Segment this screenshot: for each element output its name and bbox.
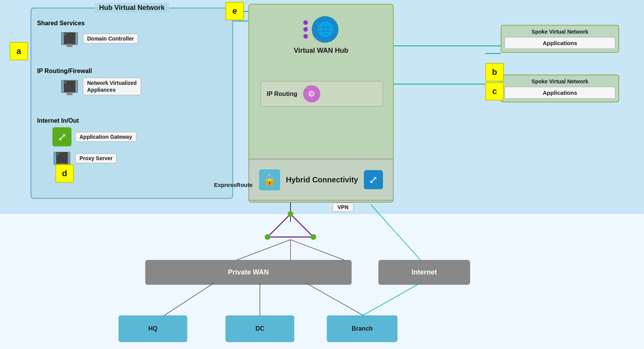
- ip-routing-vwan: IP Routing ⚙: [261, 81, 383, 107]
- spoke-vnet-2-title: Spoke Virtual Network: [504, 78, 615, 84]
- spoke-vnet-1: Spoke Virtual Network Applications: [501, 25, 619, 53]
- spoke-vnet-1-title: Spoke Virtual Network: [504, 29, 615, 35]
- dc-label: DC: [255, 325, 264, 332]
- spoke-vnet-1-app: Applications: [504, 37, 615, 49]
- internet-inout-label: Internet In/Out: [37, 117, 136, 124]
- label-c: c: [485, 82, 504, 101]
- vwan-globe-icon: 🌐: [312, 16, 339, 43]
- internet-box: Internet: [378, 260, 470, 285]
- vpn-box: VPN: [333, 203, 354, 212]
- private-wan-box: Private WAN: [145, 260, 352, 285]
- dc-box: DC: [225, 315, 294, 342]
- nva-box: Network VirtualizedAppliances: [83, 78, 141, 95]
- app-gateway-box: Application Gateway: [75, 132, 136, 142]
- nva-text: Network VirtualizedAppliances: [87, 80, 137, 93]
- expressroute-label: ExpressRoute: [214, 182, 253, 188]
- hub-vnet-title: Hub Virtual Network: [94, 3, 169, 13]
- internet-inout-row: Internet In/Out ⤢ Application Gateway ⬛ …: [37, 117, 136, 167]
- branch-box: Branch: [327, 315, 397, 342]
- proxy-server-box: Proxy Server: [75, 153, 117, 163]
- private-wan-label: Private WAN: [228, 268, 269, 276]
- internet-label: Internet: [412, 268, 437, 276]
- label-b: b: [485, 63, 504, 81]
- branch-label: Branch: [352, 325, 373, 332]
- label-d: d: [55, 164, 74, 183]
- cube-icon-2: ⬛: [63, 80, 76, 93]
- nva-monitor-icon: ⬛: [60, 78, 79, 95]
- ip-routing-vwan-label: IP Routing: [267, 91, 297, 97]
- spoke-vnet-2: Spoke Virtual Network Applications: [501, 75, 619, 102]
- hybrid-connectivity-container: 🔒 Hybrid Connectivity ⤢: [248, 159, 394, 201]
- domain-controller-box: Domain Controller: [83, 34, 138, 44]
- label-a: a: [10, 42, 28, 60]
- vwan-hub-title: Virtual WAN Hub: [294, 47, 349, 55]
- hybrid-connectivity-title: Hybrid Connectivity: [286, 175, 358, 184]
- spoke-vnet-2-app: Applications: [504, 87, 615, 99]
- hq-box: HQ: [118, 315, 187, 342]
- cube-icon-1: ⬛: [63, 32, 76, 45]
- ip-routing-fw-row: IP Routing/Firewall ⬛ Network Virtualize…: [37, 68, 141, 95]
- vwan-globe-area: 🌐 Virtual WAN Hub: [294, 16, 349, 55]
- label-e: e: [225, 2, 244, 20]
- shared-services-label: Shared Services: [37, 20, 138, 27]
- hybrid-move-icon: ⤢: [364, 170, 383, 189]
- shared-services-row: Shared Services ⬛ Domain Controller: [37, 20, 138, 47]
- hybrid-lock-icon-left: 🔒: [259, 169, 280, 190]
- hq-label: HQ: [148, 325, 157, 332]
- ip-routing-spinner-icon: ⚙: [303, 85, 320, 102]
- ip-routing-fw-label: IP Routing/Firewall: [37, 68, 141, 75]
- domain-controller-monitor-icon: ⬛: [60, 30, 79, 47]
- cube-icon-3: ⬛: [55, 152, 69, 164]
- app-gateway-icon: ⤢: [52, 127, 71, 146]
